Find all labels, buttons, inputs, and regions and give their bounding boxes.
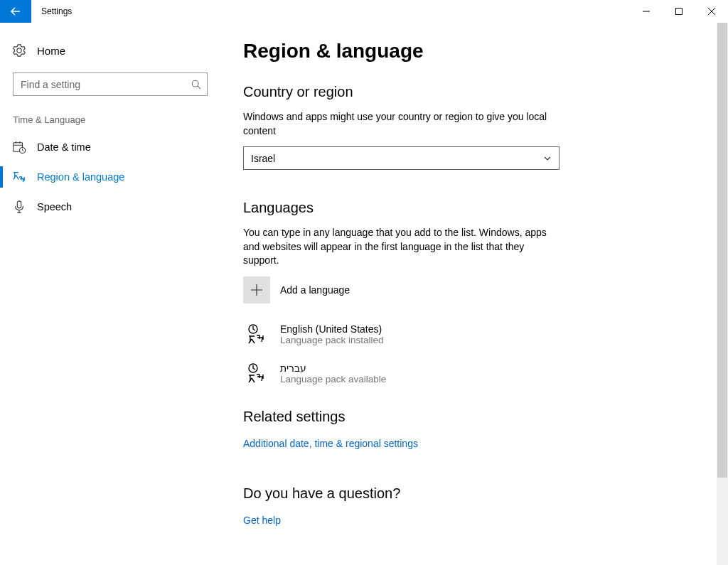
language-pack-icon	[243, 323, 270, 345]
country-dropdown-value: Israel	[251, 153, 275, 164]
language-item[interactable]: עברית Language pack available	[243, 358, 556, 389]
language-name: English (United States)	[280, 323, 384, 335]
home-label: Home	[37, 45, 65, 57]
country-dropdown[interactable]: Israel	[243, 146, 560, 170]
language-text: English (United States) Language pack in…	[280, 323, 384, 345]
close-icon	[708, 8, 715, 15]
home-nav-item[interactable]: Home	[0, 37, 220, 64]
search-input[interactable]	[21, 79, 191, 90]
minimize-button[interactable]	[630, 0, 663, 23]
search-input-container[interactable]	[13, 72, 208, 96]
minimize-icon	[643, 8, 650, 15]
plus-icon	[250, 284, 263, 296]
globe-language-icon	[13, 171, 26, 183]
language-status: Language pack installed	[280, 335, 384, 345]
country-section-desc: Windows and apps might use your country …	[243, 110, 556, 138]
related-section-title: Related settings	[243, 409, 700, 425]
titlebar: Settings	[0, 0, 728, 23]
calendar-clock-icon	[13, 141, 26, 154]
gear-icon	[13, 44, 26, 57]
language-text: עברית Language pack available	[280, 362, 386, 384]
additional-settings-link[interactable]: Additional date, time & regional setting…	[243, 438, 418, 449]
svg-rect-4	[17, 201, 21, 208]
language-status: Language pack available	[280, 374, 386, 384]
svg-rect-0	[676, 9, 682, 15]
sidebar-item-label: Region & language	[37, 171, 124, 183]
question-section: Do you have a question? Get help	[243, 485, 700, 527]
languages-section-desc: You can type in any language that you ad…	[243, 226, 556, 268]
sidebar-item-label: Speech	[37, 201, 72, 212]
related-settings-section: Related settings Additional date, time &…	[243, 409, 700, 450]
language-pack-icon	[243, 362, 270, 384]
window-controls	[630, 0, 728, 23]
add-language-label: Add a language	[280, 284, 350, 296]
back-button[interactable]	[0, 0, 31, 23]
maximize-icon	[675, 8, 682, 15]
main-content: Region & language Country or region Wind…	[220, 23, 728, 565]
close-button[interactable]	[695, 0, 728, 23]
search-icon	[191, 80, 201, 90]
plus-icon-box	[243, 276, 270, 303]
question-section-title: Do you have a question?	[243, 485, 700, 502]
maximize-button[interactable]	[663, 0, 695, 23]
languages-section-title: Languages	[243, 200, 700, 216]
get-help-link[interactable]: Get help	[243, 515, 281, 526]
window-title: Settings	[31, 0, 72, 23]
country-section-title: Country or region	[243, 84, 700, 100]
sidebar-item-speech[interactable]: Speech	[0, 192, 220, 222]
language-item[interactable]: English (United States) Language pack in…	[243, 319, 556, 350]
svg-point-1	[192, 80, 198, 87]
language-name: עברית	[280, 362, 386, 374]
add-language-button[interactable]: Add a language	[243, 276, 556, 303]
sidebar-category-label: Time & Language	[0, 112, 220, 132]
page-title: Region & language	[243, 40, 700, 63]
chevron-down-icon	[543, 154, 552, 163]
sidebar-item-date-time[interactable]: Date & time	[0, 132, 220, 162]
microphone-icon	[13, 200, 26, 213]
sidebar: Home Time & Language Date & time	[0, 23, 220, 565]
arrow-left-icon	[10, 6, 21, 17]
scrollbar-thumb[interactable]	[717, 23, 727, 478]
sidebar-item-region-language[interactable]: Region & language	[0, 162, 220, 192]
sidebar-item-label: Date & time	[37, 141, 91, 153]
